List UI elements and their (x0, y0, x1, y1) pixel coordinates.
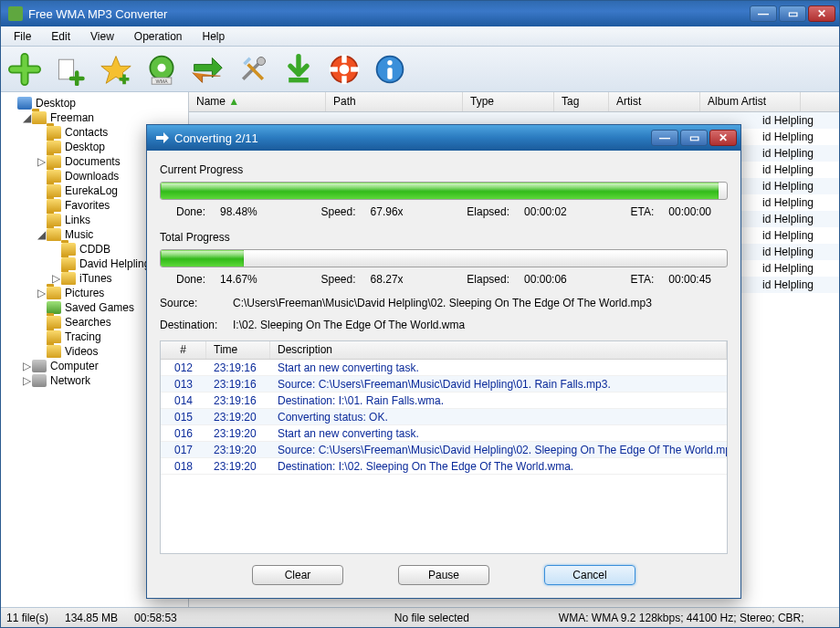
source-path: C:\Users\Freeman\Music\David Helpling\02… (233, 297, 652, 309)
dialog-titlebar[interactable]: Converting 2/11 ― ▭ ✕ (147, 125, 740, 151)
log-col-num[interactable]: # (161, 341, 206, 359)
total-elapsed-value: 00:00:06 (524, 273, 567, 286)
log-row[interactable]: 01623:19:20Start an new converting task. (161, 425, 727, 442)
minimize-button[interactable]: ― (750, 5, 777, 22)
log-table[interactable]: # Time Description 01223:19:16Start an n… (160, 340, 728, 554)
list-col-artist[interactable]: Artist (609, 92, 700, 111)
pause-button[interactable]: Pause (398, 565, 489, 585)
svg-point-15 (387, 60, 392, 65)
add-file-button[interactable] (6, 51, 43, 88)
cancel-button[interactable]: Cancel (544, 565, 635, 585)
list-col-name[interactable]: Name ▲ (189, 92, 326, 111)
status-selection: No file selected (394, 612, 469, 624)
download-button[interactable] (280, 51, 317, 88)
toolbar: WMA (1, 47, 839, 92)
current-eta-value: 00:00:00 (668, 205, 711, 218)
statusbar: 11 file(s) 134.85 MB 00:58:53 No file se… (1, 607, 839, 627)
menubar: FileEditViewOperationHelp (1, 26, 839, 47)
app-icon (8, 6, 23, 21)
total-progress-bar (160, 249, 728, 267)
current-elapsed-value: 00:00:02 (524, 205, 567, 218)
convert-icon (154, 131, 169, 145)
svg-rect-16 (387, 68, 392, 79)
status-duration: 00:58:53 (134, 612, 177, 624)
menu-help[interactable]: Help (194, 27, 235, 46)
window-title: Free WMA MP3 Converter (28, 7, 750, 21)
menu-file[interactable]: File (5, 27, 40, 46)
menu-view[interactable]: View (81, 27, 123, 46)
log-row[interactable]: 01323:19:16Source: C:\Users\Freeman\Musi… (161, 376, 727, 392)
svg-text:WMA: WMA (155, 78, 168, 84)
svg-rect-0 (58, 59, 73, 79)
titlebar[interactable]: Free WMA MP3 Converter ― ▭ ✕ (1, 1, 839, 26)
svg-point-2 (158, 63, 166, 71)
list-col-type[interactable]: Type (463, 92, 554, 111)
converting-dialog: Converting 2/11 ― ▭ ✕ Current Progress D… (146, 124, 741, 599)
dialog-maximize-button[interactable]: ▭ (680, 130, 708, 146)
svg-rect-6 (243, 57, 251, 65)
tree-item[interactable]: ◢Freeman (3, 110, 186, 125)
log-row[interactable]: 01523:19:20Converting status: OK. (161, 409, 727, 425)
log-row[interactable]: 01223:19:16Start an new converting task. (161, 360, 727, 376)
destination-path: I:\02. Sleeping On The Edge Of The World… (233, 319, 465, 331)
list-col-tag[interactable]: Tag (554, 92, 609, 111)
add-small-button[interactable] (52, 51, 89, 88)
maximize-button[interactable]: ▭ (779, 5, 806, 22)
current-progress-bar (160, 182, 728, 200)
svg-rect-10 (341, 54, 346, 62)
about-button[interactable] (372, 51, 408, 88)
svg-point-5 (257, 57, 266, 65)
svg-rect-12 (330, 67, 338, 71)
dialog-title: Converting 2/11 (174, 131, 651, 145)
help-button[interactable] (326, 51, 362, 88)
total-speed-value: 68.27x (371, 273, 404, 286)
log-row[interactable]: 01723:19:20Source: C:\Users\Freeman\Musi… (161, 442, 727, 458)
convert-button[interactable] (189, 51, 226, 88)
svg-rect-7 (289, 78, 309, 82)
list-col-path[interactable]: Path (326, 92, 463, 111)
menu-edit[interactable]: Edit (42, 27, 79, 46)
clear-button[interactable]: Clear (252, 565, 343, 585)
status-file-count: 11 file(s) (6, 612, 48, 624)
current-done-value: 98.48% (220, 205, 257, 218)
log-row[interactable]: 01823:19:20Destination: I:\02. Sleeping … (161, 458, 727, 475)
tree-item[interactable]: Desktop (3, 96, 186, 110)
status-format: WMA: WMA 9.2 128kbps; 44100 Hz; Stereo; … (559, 612, 804, 624)
log-row[interactable]: 01423:19:16Destination: I:\01. Rain Fall… (161, 392, 727, 409)
total-done-value: 14.67% (220, 273, 257, 286)
settings-button[interactable] (235, 51, 271, 88)
close-button[interactable]: ✕ (808, 5, 835, 22)
current-speed-value: 67.96x (371, 205, 404, 218)
svg-rect-11 (341, 76, 346, 84)
dialog-close-button[interactable]: ✕ (709, 130, 737, 146)
list-col-album-artist[interactable]: Album Artist (700, 92, 801, 111)
favorites-button[interactable] (98, 51, 134, 88)
log-col-time[interactable]: Time (206, 341, 270, 359)
log-col-desc[interactable]: Description (270, 341, 727, 359)
status-size: 134.85 MB (65, 612, 118, 624)
menu-operation[interactable]: Operation (125, 27, 192, 46)
total-progress-label: Total Progress (160, 231, 728, 244)
current-progress-label: Current Progress (160, 163, 728, 176)
total-eta-value: 00:00:45 (668, 273, 711, 286)
svg-rect-13 (351, 67, 359, 71)
dialog-minimize-button[interactable]: ― (651, 130, 678, 146)
output-format-button[interactable]: WMA (143, 51, 180, 88)
svg-point-9 (340, 64, 350, 74)
